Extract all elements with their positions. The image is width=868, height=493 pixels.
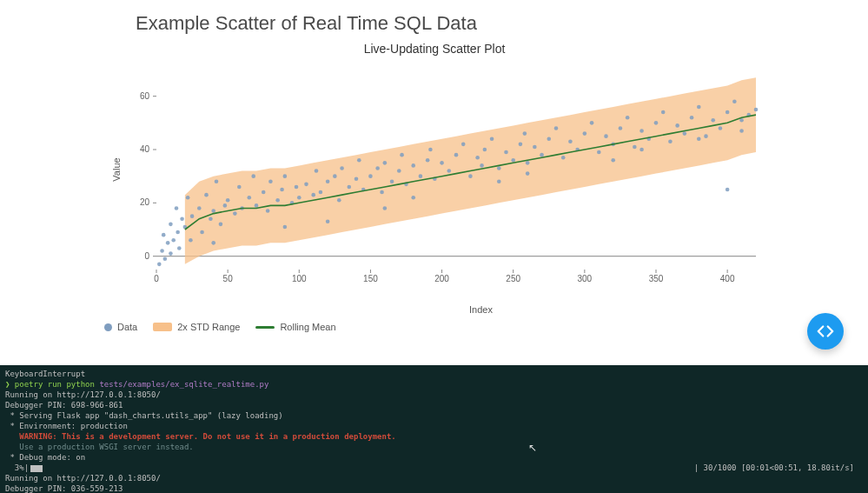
svg-point-123: [639, 129, 644, 133]
legend-item-band: 2x STD Range: [153, 322, 240, 332]
svg-text:350: 350: [649, 274, 664, 283]
terminal-line: WARNING: This is a development server. D…: [5, 431, 863, 442]
svg-point-148: [497, 180, 501, 184]
svg-point-117: [597, 150, 601, 155]
svg-point-64: [283, 174, 288, 178]
svg-point-112: [561, 156, 566, 160]
svg-point-127: [668, 140, 673, 144]
code-icon: [816, 322, 835, 341]
svg-point-56: [247, 196, 251, 200]
terminal-line: 3%|| 30/1000 [00:01<00:51, 18.80it/s]: [5, 463, 863, 473]
svg-point-96: [461, 143, 466, 147]
svg-point-28: [157, 263, 162, 267]
svg-text:200: 200: [434, 274, 449, 283]
svg-point-103: [504, 150, 508, 155]
svg-point-128: [675, 123, 679, 128]
svg-point-66: [295, 185, 299, 190]
svg-point-108: [533, 145, 537, 150]
svg-point-104: [511, 158, 515, 163]
terminal-line: Running on http://127.0.0.1:8050/: [5, 390, 863, 400]
svg-point-80: [368, 174, 373, 178]
svg-text:100: 100: [292, 274, 307, 283]
svg-point-90: [426, 158, 430, 163]
svg-point-43: [190, 214, 195, 218]
svg-point-38: [177, 246, 182, 250]
svg-point-132: [704, 134, 708, 138]
svg-point-98: [475, 156, 480, 160]
terminal-line: Debugger PIN: 698-966-861: [5, 400, 863, 410]
svg-point-143: [639, 148, 644, 152]
svg-point-70: [315, 169, 319, 173]
terminal-line: ❯ poetry run python tests/examples/ex_sq…: [5, 379, 863, 390]
svg-point-63: [280, 188, 284, 192]
svg-point-33: [169, 223, 173, 227]
svg-point-122: [633, 145, 637, 150]
svg-point-113: [568, 140, 573, 144]
code-toggle-button[interactable]: [807, 313, 844, 350]
page-title: Example Scatter of Real Time SQL Data: [136, 12, 868, 35]
svg-point-109: [540, 153, 544, 157]
svg-point-37: [176, 230, 180, 235]
svg-point-39: [180, 217, 184, 221]
svg-text:150: 150: [363, 274, 378, 283]
legend-label: 2x STD Range: [177, 322, 240, 332]
terminal-pane[interactable]: KeyboardInterrupt❯ poetry run python tes…: [0, 365, 868, 493]
svg-point-57: [251, 174, 255, 178]
x-axis-label: Index: [469, 304, 493, 315]
svg-point-134: [719, 126, 723, 130]
svg-point-68: [304, 183, 308, 187]
svg-point-118: [604, 134, 608, 138]
svg-point-52: [226, 198, 230, 203]
svg-point-82: [380, 190, 384, 195]
svg-point-111: [554, 126, 559, 130]
svg-point-69: [311, 193, 315, 197]
svg-point-29: [160, 249, 164, 253]
svg-point-102: [497, 166, 501, 170]
svg-point-76: [347, 185, 351, 190]
svg-point-36: [175, 206, 179, 210]
terminal-line: Running on http://127.0.0.1:8050/: [5, 473, 863, 483]
svg-point-145: [211, 241, 215, 245]
svg-point-31: [163, 256, 168, 261]
svg-point-142: [526, 171, 530, 176]
svg-text:250: 250: [506, 274, 520, 283]
svg-point-107: [526, 161, 530, 165]
terminal-line: * Environment: production: [5, 421, 863, 431]
svg-point-30: [162, 233, 166, 237]
svg-text:50: 50: [223, 274, 234, 283]
legend-label: Data: [117, 322, 137, 332]
svg-point-42: [189, 238, 193, 243]
svg-point-120: [619, 126, 623, 130]
legend-marker-line: [255, 326, 275, 329]
svg-point-85: [397, 169, 401, 173]
chart-legend: Data 2x STD Range Rolling Mean: [104, 322, 868, 332]
chart-canvas: Value0204060050100150200250300350400: [104, 61, 765, 296]
svg-text:Value: Value: [111, 157, 122, 181]
svg-point-97: [468, 174, 473, 178]
svg-point-125: [654, 121, 659, 125]
svg-point-50: [219, 223, 223, 227]
svg-point-131: [697, 105, 701, 110]
svg-text:300: 300: [578, 274, 593, 283]
svg-point-62: [275, 198, 280, 203]
scatter-chart[interactable]: Live-Updating Scatter Plot Value02040600…: [104, 42, 765, 320]
terminal-line: KeyboardInterrupt: [5, 369, 863, 379]
svg-point-84: [390, 180, 394, 184]
chart-title: Live-Updating Scatter Plot: [104, 42, 765, 56]
svg-point-59: [262, 190, 266, 195]
svg-point-126: [661, 110, 666, 115]
svg-point-35: [171, 238, 176, 243]
svg-point-137: [739, 129, 744, 133]
svg-point-67: [297, 196, 301, 200]
svg-point-74: [337, 198, 341, 203]
svg-point-133: [711, 118, 715, 123]
legend-marker-band: [153, 323, 172, 331]
svg-point-88: [411, 163, 415, 168]
svg-point-71: [319, 190, 323, 195]
svg-point-105: [519, 143, 523, 147]
terminal-line: * Serving Flask app "dash_charts.utils_a…: [5, 410, 863, 421]
svg-point-89: [419, 174, 423, 178]
svg-point-81: [375, 166, 380, 170]
svg-point-147: [383, 206, 388, 210]
svg-point-75: [340, 166, 344, 170]
